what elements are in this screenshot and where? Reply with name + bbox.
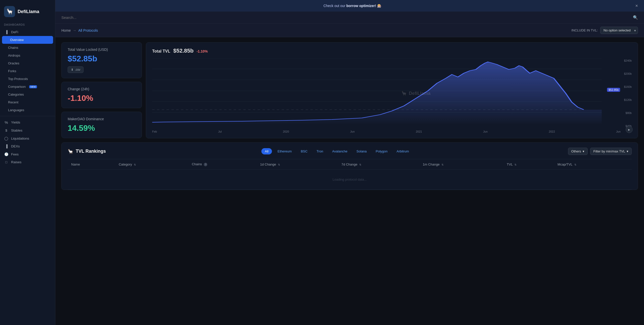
new-badge: NEW [29, 85, 37, 88]
sidebar-item-dexs[interactable]: ▐ DEXs [0, 142, 55, 150]
table-header: Name Category ⇅ Chains ? 1d Ch [68, 159, 632, 170]
rankings-title: 🦙 TVL Rankings [68, 149, 106, 154]
chart-current-label: $52.85b [607, 88, 620, 92]
sidebar-item-fees[interactable]: 🕐 Fees [0, 150, 55, 158]
promo-banner: Check out our borrow optimizer! 🎰 × [55, 0, 644, 12]
sidebar-item-top-protocols[interactable]: Top Protocols [0, 75, 55, 83]
rankings-emoji: 🦙 [68, 149, 73, 154]
search-input[interactable] [61, 15, 630, 20]
chart-change: -1.10% [196, 49, 208, 53]
content-area: Total Value Locked (USD) $52.85b ⬇ .csv … [55, 37, 644, 325]
info-icon-chains: ? [204, 163, 207, 166]
row-name: Loading protocol data... [68, 170, 632, 190]
dominance-card-value: 14.59% [68, 124, 136, 133]
sort-icon-category: ⇅ [134, 163, 136, 166]
chain-filter-arbitrum[interactable]: Arbitrum [393, 148, 413, 154]
main-content: Check out our borrow optimizer! 🎰 × 🔍 Ho… [55, 0, 644, 325]
search-icon: 🔍 [633, 15, 638, 20]
col-category[interactable]: Category ⇅ [115, 159, 188, 170]
csv-download-button[interactable]: ⬇ .csv [68, 66, 84, 73]
chart-area: 🦙 DefiLlama [152, 58, 632, 129]
sidebar-item-languages[interactable]: Languages [0, 106, 55, 114]
breadcrumb: Home → All Protocols [61, 28, 98, 32]
col-mcap-tvl[interactable]: Mcap/TVL ⇅ [554, 159, 632, 170]
col-tvl[interactable]: TVL ⇅ [503, 159, 554, 170]
tvl-card-label: Total Value Locked (USD) [68, 48, 136, 52]
col-chains[interactable]: Chains ? [188, 159, 257, 170]
others-label: Others [571, 149, 581, 153]
sidebar-item-oracles[interactable]: Oracles [0, 59, 55, 67]
sidebar-item-stables[interactable]: $ Stables [0, 127, 55, 134]
sidebar-item-forks[interactable]: Forks [0, 67, 55, 75]
tvl-chart-svg [152, 58, 632, 124]
app-name: DefiLlama [18, 9, 39, 14]
percent-icon: % [4, 120, 9, 125]
rankings-section: 🦙 TVL Rankings All Ethereum BSC Tron Ava… [61, 142, 638, 190]
tvl-dropdown-wrap: No option selected [600, 27, 638, 34]
csv-label: .csv [75, 68, 80, 71]
sidebar-item-categories[interactable]: Categories [0, 91, 55, 98]
chain-filter-bsc[interactable]: BSC [297, 148, 311, 154]
sidebar-item-overview[interactable]: Overview [2, 36, 53, 44]
chart-title: Total TVL [152, 49, 170, 54]
tvl-card-value: $52.85b [68, 54, 136, 63]
sort-icon-tvl: ⇅ [514, 163, 516, 166]
sidebar-item-liquidations[interactable]: ◯ Liquidations [0, 134, 55, 142]
chain-filter-all[interactable]: All [261, 148, 272, 154]
chain-filter-polygon[interactable]: Polygon [372, 148, 391, 154]
chain-filter-solana[interactable]: Solana [353, 148, 370, 154]
rankings-header: 🦙 TVL Rankings All Ethereum BSC Tron Ava… [68, 148, 632, 155]
tvl-filter-label: INCLUDE IN TVL: [571, 28, 598, 32]
chart-header: Total TVL $52.85b -1.10% [152, 48, 632, 54]
raises-icon: □ [4, 160, 9, 164]
col-change-1d[interactable]: 1d Change ⇅ [257, 159, 338, 170]
sidebar-item-comparison[interactable]: Comparison NEW [0, 83, 55, 91]
breadcrumb-row: Home → All Protocols INCLUDE IN TVL: No … [55, 24, 644, 37]
tvl-filter-area: INCLUDE IN TVL: No option selected [571, 27, 638, 34]
sidebar-item-raises[interactable]: □ Raises [0, 158, 55, 166]
stat-cards: Total Value Locked (USD) $52.85b ⬇ .csv … [61, 42, 142, 138]
search-bar: 🔍 [55, 12, 644, 24]
sidebar-item-chains[interactable]: Chains [0, 44, 55, 52]
logo-area: 🦙 DefiLlama [0, 4, 55, 22]
circle-icon: ◯ [4, 136, 9, 140]
sidebar-item-airdrops[interactable]: Airdrops [0, 52, 55, 59]
sidebar-divider [0, 116, 55, 116]
dominance-card: MakerDAO Dominance 14.59% [61, 112, 142, 138]
chevron-down-icon-2: ▾ [627, 149, 628, 153]
sidebar-item-defi[interactable]: ▐ DeFi [0, 28, 55, 36]
protocols-table: Name Category ⇅ Chains ? 1d Ch [68, 159, 632, 190]
bar-chart-icon: ▐ [4, 30, 9, 34]
clock-icon: 🕐 [4, 152, 9, 156]
filter-tvl-button[interactable]: Filter by min/max TVL ▾ [590, 148, 632, 155]
sidebar-item-recent[interactable]: Recent [0, 98, 55, 106]
sidebar: 🦙 DefiLlama Dashboards ▐ DeFi Overview C… [0, 0, 55, 325]
sort-icon-7d: ⇅ [359, 163, 361, 166]
banner-close-button[interactable]: × [635, 4, 638, 8]
table-body: Loading protocol data... [68, 170, 632, 190]
logo-icon: 🦙 [4, 6, 15, 17]
dominance-card-label: MakerDAO Dominance [68, 117, 136, 121]
chain-filter-tron[interactable]: Tron [313, 148, 327, 154]
sidebar-item-yields[interactable]: % Yields [0, 118, 55, 127]
tvl-chart-card: Total TVL $52.85b -1.10% 🦙 DefiLlama [146, 42, 638, 138]
tvl-dropdown[interactable]: No option selected [600, 27, 638, 34]
col-change-1m[interactable]: 1m Change ⇅ [419, 159, 503, 170]
breadcrumb-home[interactable]: Home [61, 28, 71, 32]
dollar-icon: $ [4, 129, 9, 132]
col-name[interactable]: Name [68, 159, 115, 170]
chart-play-button[interactable]: ▶ [626, 126, 633, 133]
table-row[interactable]: Loading protocol data... [68, 170, 632, 190]
col-change-7d[interactable]: 7d Change ⇅ [338, 159, 419, 170]
chain-filter-avalanche[interactable]: Avalanche [329, 148, 351, 154]
chain-filters: All Ethereum BSC Tron Avalanche Solana P… [261, 148, 413, 154]
chevron-down-icon: ▾ [583, 149, 584, 153]
stats-row: Total Value Locked (USD) $52.85b ⬇ .csv … [61, 42, 638, 138]
chain-filter-ethereum[interactable]: Ethereum [274, 148, 295, 154]
others-dropdown-button[interactable]: Others ▾ [568, 148, 588, 155]
dashboards-label: Dashboards [0, 22, 55, 28]
change-card-label: Change (24h) [68, 87, 136, 91]
y-axis-labels: $240b $200b $160b $120b $80b $40b [621, 58, 632, 129]
sort-icon-1d: ⇅ [278, 163, 280, 166]
dex-icon: ▐ [4, 144, 9, 148]
